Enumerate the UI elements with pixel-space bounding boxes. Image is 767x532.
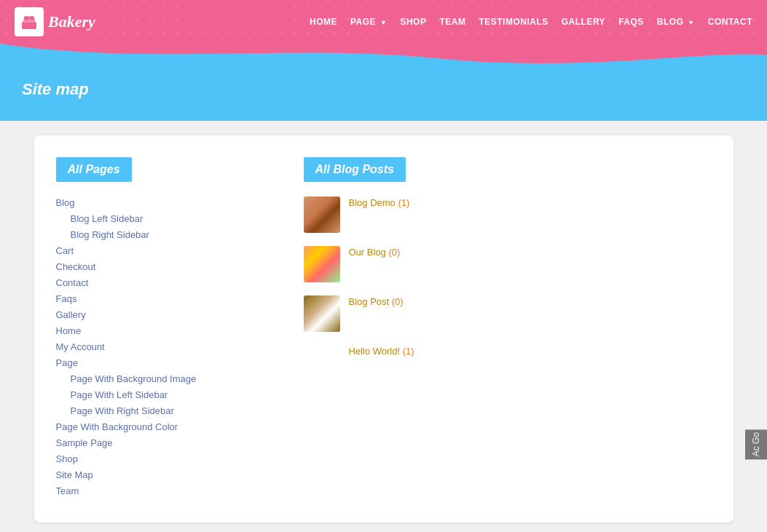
page-link-cart[interactable]: Cart [56,245,74,256]
blog-link-our-blog[interactable]: Our Blog (0) [349,247,401,258]
page-link-bg-image[interactable]: Page With Background Image [71,373,197,384]
nav-shop[interactable]: SHOP [400,17,426,27]
blog-link-demo[interactable]: Blog Demo (1) [349,197,410,208]
nav-page[interactable]: PAGE ▼ [350,17,387,27]
blog-posts-list: Blog Demo (1) Our Blog (0) Blog Post (0) [304,196,712,357]
blog-post-count: (0) [392,296,404,307]
list-item: Blog Left Sidebar [56,213,260,224]
list-item: Team [56,485,260,496]
list-item: Page With Background Image [56,373,260,384]
blog-post-info: Our Blog (0) [349,246,401,258]
list-item: Home [56,325,260,336]
sidebar-line2: Go [751,432,761,444]
blog-dropdown-arrow: ▼ [688,19,694,26]
nav-testimonials[interactable]: TESTIMONIALS [479,17,548,27]
page-link-blog-left[interactable]: Blog Left Sidebar [71,213,143,224]
our-blog-count: (0) [388,247,400,258]
blog-thumb-cake [304,196,340,233]
page-link-blog-right[interactable]: Blog Right Sidebar [71,229,149,240]
page-link-sample[interactable]: Sample Page [56,437,113,448]
page-link-right-sidebar[interactable]: Page With Right Sidebar [71,405,174,416]
list-item: Shop [56,453,260,464]
list-item: Sample Page [56,437,260,448]
logo-icon [15,7,44,36]
sidebar-widget[interactable]: Ac Go [745,429,767,459]
page-link-faqs[interactable]: Faqs [56,293,77,304]
blog-link-post[interactable]: Blog Post (0) [349,296,404,307]
all-pages-section: All Pages Blog Blog Left Sidebar Blog Ri… [56,157,260,501]
logo[interactable]: Bakery [15,7,95,36]
blog-post-info: Blog Demo (1) [349,196,410,208]
hero-section: Site map [0,65,767,121]
list-item: Blog Right Sidebar [56,229,260,240]
nav-blog[interactable]: BLOG ▼ [657,17,695,27]
main-content: All Pages Blog Blog Left Sidebar Blog Ri… [0,121,767,532]
list-item: Checkout [56,261,260,272]
page-link-left-sidebar[interactable]: Page With Left Sidebar [71,389,168,400]
content-box: All Pages Blog Blog Left Sidebar Blog Ri… [34,135,733,523]
nav-contact[interactable]: CONTACT [708,17,752,27]
all-pages-header: All Pages [56,157,132,182]
blog-list-item: Hello World! (1) [304,345,712,357]
page-link-shop[interactable]: Shop [56,453,78,464]
nav-faqs[interactable]: FAQS [618,17,644,27]
nav-home[interactable]: HOME [310,17,337,27]
blog-list-item: Blog Demo (1) [304,196,712,233]
blog-thumb-coffee [304,295,340,332]
list-item: Contact [56,277,260,288]
page-link-sitemap[interactable]: Site Map [56,469,93,480]
wave-divider [0,44,767,65]
blog-post-info: Blog Post (0) [349,295,404,307]
nav-team[interactable]: TEAM [439,17,465,27]
svg-rect-0 [22,22,36,29]
list-item: Gallery [56,309,260,320]
page-link-contact[interactable]: Contact [56,277,89,288]
page-link-page[interactable]: Page [56,357,78,368]
page-link-bg-color[interactable]: Page With Background Color [56,421,178,432]
hello-world-count: (1) [403,346,414,357]
nav-gallery[interactable]: GALLERY [562,17,605,27]
list-item: Faqs [56,293,260,304]
blog-link-hello-world[interactable]: Hello World! (1) [349,346,414,357]
svg-point-5 [28,14,31,17]
logo-text: Bakery [48,12,95,31]
header: Bakery HOME PAGE ▼ SHOP TEAM TESTIMONIAL… [0,0,767,44]
page-link-home[interactable]: Home [56,325,82,336]
page-title: Site map [22,80,745,99]
list-item: Page With Left Sidebar [56,389,260,400]
sidebar-line1: Ac [751,446,761,456]
all-blog-posts-section: All Blog Posts Blog Demo (1) Our Blog (0… [304,157,712,501]
page-link-my-account[interactable]: My Account [56,341,105,352]
blog-list-item: Blog Post (0) [304,295,712,332]
blog-thumb-fruits [304,246,340,282]
page-link-blog[interactable]: Blog [56,197,75,208]
list-item: Page With Background Color [56,421,260,432]
list-item: Site Map [56,469,260,480]
page-link-team[interactable]: Team [56,485,79,496]
page-dropdown-arrow: ▼ [380,19,387,26]
blog-list-item: Our Blog (0) [304,246,712,282]
list-item: Page With Right Sidebar [56,405,260,416]
main-nav: HOME PAGE ▼ SHOP TEAM TESTIMONIALS GALLE… [310,17,752,27]
blog-post-info: Hello World! (1) [349,345,414,357]
page-link-checkout[interactable]: Checkout [56,261,96,272]
page-link-gallery[interactable]: Gallery [56,309,86,320]
pages-list: Blog Blog Left Sidebar Blog Right Sideba… [56,196,260,496]
two-columns: All Pages Blog Blog Left Sidebar Blog Ri… [56,157,712,501]
list-item: Blog [56,196,260,208]
blog-demo-count: (1) [398,197,409,208]
list-item: Cart [56,245,260,256]
list-item: My Account [56,341,260,352]
list-item: Page [56,357,260,368]
all-blog-posts-header: All Blog Posts [304,157,406,182]
